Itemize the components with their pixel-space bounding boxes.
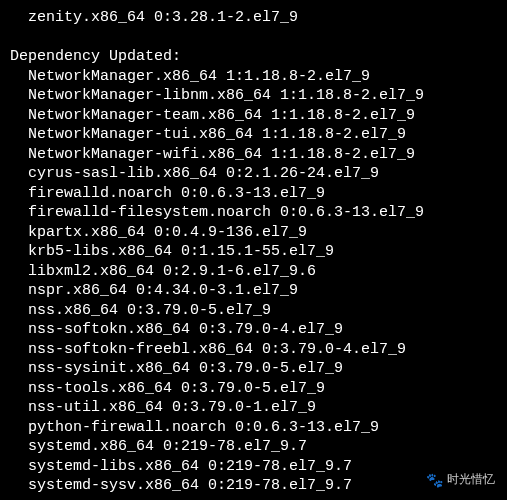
- package-line: krb5-libs.x86_64 0:1.15.1-55.el7_9: [10, 242, 497, 262]
- package-line: libxml2.x86_64 0:2.9.1-6.el7_9.6: [10, 262, 497, 282]
- package-line: systemd-sysv.x86_64 0:219-78.el7_9.7: [10, 476, 497, 496]
- package-list: NetworkManager.x86_64 1:1.18.8-2.el7_9Ne…: [10, 67, 497, 496]
- package-line: NetworkManager-wifi.x86_64 1:1.18.8-2.el…: [10, 145, 497, 165]
- package-line: cyrus-sasl-lib.x86_64 0:2.1.26-24.el7_9: [10, 164, 497, 184]
- package-line: kpartx.x86_64 0:0.4.9-136.el7_9: [10, 223, 497, 243]
- package-line: nspr.x86_64 0:4.34.0-3.1.el7_9: [10, 281, 497, 301]
- package-line: nss-sysinit.x86_64 0:3.79.0-5.el7_9: [10, 359, 497, 379]
- package-line: firewalld.noarch 0:0.6.3-13.el7_9: [10, 184, 497, 204]
- package-line: nss-tools.x86_64 0:3.79.0-5.el7_9: [10, 379, 497, 399]
- package-line: nss-util.x86_64 0:3.79.0-1.el7_9: [10, 398, 497, 418]
- terminal-output-line: zenity.x86_64 0:3.28.1-2.el7_9: [10, 8, 497, 28]
- package-line: NetworkManager-libnm.x86_64 1:1.18.8-2.e…: [10, 86, 497, 106]
- package-line: nss-softokn.x86_64 0:3.79.0-4.el7_9: [10, 320, 497, 340]
- package-line: nss.x86_64 0:3.79.0-5.el7_9: [10, 301, 497, 321]
- package-line: systemd.x86_64 0:219-78.el7_9.7: [10, 437, 497, 457]
- watermark-text: 时光惜忆: [447, 473, 495, 489]
- package-line: python-firewall.noarch 0:0.6.3-13.el7_9: [10, 418, 497, 438]
- blank-line: [10, 28, 497, 48]
- package-line: NetworkManager.x86_64 1:1.18.8-2.el7_9: [10, 67, 497, 87]
- package-line: firewalld-filesystem.noarch 0:0.6.3-13.e…: [10, 203, 497, 223]
- package-line: NetworkManager-team.x86_64 1:1.18.8-2.el…: [10, 106, 497, 126]
- package-line: nss-softokn-freebl.x86_64 0:3.79.0-4.el7…: [10, 340, 497, 360]
- paw-icon: 🐾: [426, 472, 443, 490]
- blank-line: [10, 496, 497, 501]
- package-line: systemd-libs.x86_64 0:219-78.el7_9.7: [10, 457, 497, 477]
- section-header: Dependency Updated:: [10, 47, 497, 67]
- package-line: NetworkManager-tui.x86_64 1:1.18.8-2.el7…: [10, 125, 497, 145]
- watermark: 🐾 时光惜忆: [426, 472, 495, 490]
